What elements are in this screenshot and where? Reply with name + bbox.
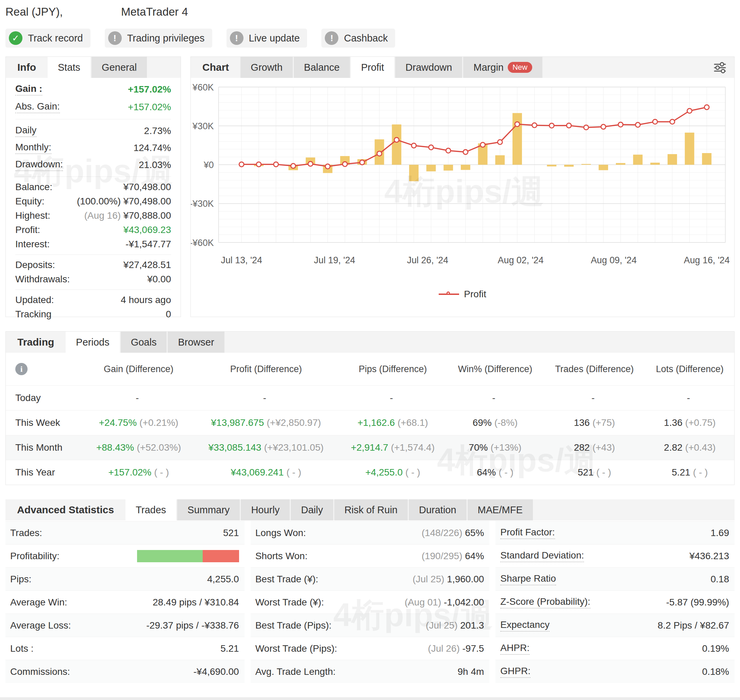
table-row-this-week[interactable]: This Week +24.75%(+0.21%) ¥13,987.675(+¥… (6, 410, 734, 435)
exclamation-icon: ! (230, 31, 244, 45)
commissions-label: Commissions: (10, 666, 70, 677)
svg-text:¥60K: ¥60K (192, 82, 214, 93)
standard-deviation-label[interactable]: Standard Deviation: (500, 550, 584, 562)
balance-label: Balance: (15, 182, 52, 193)
badge-label: Live update (249, 33, 300, 44)
info-panel-title: Info (6, 57, 48, 78)
profit-label: Profit: (15, 225, 40, 235)
best-trade-pips-label: Best Trade (Pips): (255, 620, 332, 631)
badge-track-record[interactable]: ✓ Track record (6, 29, 91, 48)
gain-label[interactable]: Gain : (15, 83, 42, 96)
sharpe-ratio-label[interactable]: Sharpe Ratio (500, 573, 556, 585)
drawdown-value: 21.03% (139, 160, 171, 171)
svg-text:Jul 26, '24: Jul 26, '24 (407, 255, 448, 265)
row-label: Today (6, 386, 84, 410)
info-tabstrip: Info Stats General (6, 57, 181, 78)
deposits-label: Deposits: (15, 260, 55, 271)
drawdown-label[interactable]: Drawdown: (15, 159, 63, 171)
badge-live-update[interactable]: ! Live update (226, 29, 307, 48)
tab-general[interactable]: General (91, 57, 147, 78)
profit-chart[interactable]: ¥60K¥30K¥0-¥30K-¥60KJul 13, '24Jul 19, '… (191, 78, 734, 287)
average-loss-value: -29.37 pips / -¥338.76 (146, 620, 239, 631)
chart-legend[interactable]: Profit (191, 289, 734, 300)
longs-won-label: Longs Won: (255, 528, 306, 538)
tab-profit[interactable]: Profit (351, 57, 395, 78)
platform-label: MetaTrader 4 (121, 6, 188, 18)
monthly-label[interactable]: Monthly: (15, 142, 51, 154)
tab-daily[interactable]: Daily (291, 499, 333, 521)
lots-label: Lots : (10, 643, 33, 654)
profit-factor-value: 1.69 (711, 528, 730, 538)
sharpe-ratio-value: 0.18 (711, 574, 730, 585)
row-label: This Week (6, 410, 84, 435)
profitability-bar (137, 550, 239, 562)
filter-settings-icon[interactable] (713, 61, 727, 75)
avg-trade-length-value: 9h 4m (458, 666, 484, 677)
average-loss-label: Average Loss: (10, 620, 71, 631)
badge-cashback[interactable]: ! Cashback (322, 29, 395, 48)
average-win-value: 28.49 pips / ¥310.84 (153, 597, 239, 608)
pips-label: Pips: (10, 574, 31, 585)
row-label: This Year (6, 460, 84, 485)
tab-hourly[interactable]: Hourly (241, 499, 290, 521)
periods-panel-title: Trading (6, 332, 66, 353)
tab-mae-mfe[interactable]: MAE/MFE (468, 499, 533, 521)
interest-label: Interest: (15, 239, 50, 250)
row-label: This Month (6, 435, 84, 460)
tab-goals[interactable]: Goals (121, 332, 167, 353)
tracking-value: 0 (166, 309, 171, 320)
badge-label: Track record (28, 33, 83, 44)
periods-panel: Trading Periods Goals Browser i Gain (Di… (6, 331, 734, 485)
tab-growth[interactable]: Growth (241, 57, 292, 78)
updated-label: Updated: (15, 294, 54, 306)
badge-label: Trading privileges (127, 33, 205, 44)
col-win-header: Win% (Difference) (447, 353, 544, 386)
badge-label: Cashback (344, 33, 388, 44)
expectancy-label[interactable]: Expectancy (500, 619, 549, 632)
stats-grid: Trades:521 Profitability: Pips:4,255.0 A… (6, 521, 734, 683)
table-row-today[interactable]: Today - - - - - - (6, 386, 734, 410)
divider (15, 254, 171, 255)
tab-margin-label: Margin (473, 62, 504, 73)
gain-value: +157.02% (128, 84, 171, 95)
exclamation-icon: ! (325, 31, 338, 45)
info-icon[interactable]: i (15, 363, 28, 375)
badge-row: ✓ Track record ! Trading privileges ! Li… (6, 29, 740, 48)
standard-deviation-value: ¥436.213 (689, 551, 729, 562)
highest-label: Highest: (15, 210, 50, 221)
table-row-this-year[interactable]: This Year +157.02%( - ) ¥43,069.241( - )… (6, 460, 734, 485)
equity-value: ¥70,498.00 (123, 196, 171, 206)
account-label: Real (JPY), (6, 6, 121, 18)
profit-factor-label[interactable]: Profit Factor: (500, 527, 555, 539)
tab-browser[interactable]: Browser (168, 332, 224, 353)
worst-trade-pips-label: Worst Trade (Pips): (255, 643, 337, 654)
daily-label[interactable]: Daily (15, 125, 37, 137)
col-profit-header: Profit (Difference) (193, 353, 339, 386)
col-gain-header: Gain (Difference) (84, 353, 193, 386)
tab-risk-of-ruin[interactable]: Risk of Ruin (334, 499, 408, 521)
profit-chart-svg: ¥60K¥30K¥0-¥30K-¥60KJul 13, '24Jul 19, '… (191, 78, 730, 285)
page-header: Real (JPY), MetaTrader 4 (0, 0, 740, 18)
tab-periods[interactable]: Periods (66, 332, 119, 353)
tab-balance[interactable]: Balance (294, 57, 350, 78)
lots-value: 5.21 (220, 643, 239, 654)
col-trades-header: Trades (Difference) (543, 353, 645, 386)
tab-duration[interactable]: Duration (409, 499, 467, 521)
abs-gain-label[interactable]: Abs. Gain: (15, 101, 60, 113)
ghpr-label[interactable]: GHPR: (500, 666, 530, 678)
table-row-this-month[interactable]: This Month +88.43%(+52.03%) ¥33,085.143(… (6, 435, 734, 460)
new-badge: New (508, 62, 532, 73)
badge-trading-privileges[interactable]: ! Trading privileges (105, 29, 212, 48)
tab-drawdown[interactable]: Drawdown (395, 57, 462, 78)
avg-trade-length-label: Avg. Trade Length: (255, 666, 336, 677)
tracking-label: Tracking (15, 309, 51, 320)
equity-pct: (100.00%) (77, 196, 121, 206)
profitability-label: Profitability: (10, 551, 60, 562)
tab-trades[interactable]: Trades (125, 499, 176, 521)
tab-margin[interactable]: Margin New (463, 57, 542, 78)
ahpr-label[interactable]: AHPR: (500, 643, 530, 655)
tab-summary[interactable]: Summary (177, 499, 240, 521)
tab-stats[interactable]: Stats (48, 57, 91, 78)
z-score-label[interactable]: Z-Score (Probability): (500, 596, 590, 609)
divider (15, 119, 171, 119)
